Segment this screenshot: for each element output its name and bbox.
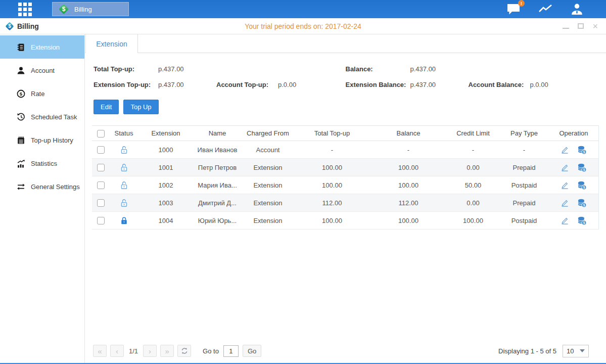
total-topup-value: p.437.00 — [158, 65, 216, 73]
top-up-icon[interactable]: $ — [577, 145, 587, 155]
table-row: 1002Мария Ива...Extension100.00100.0050.… — [92, 176, 599, 194]
col-status: Status — [109, 126, 138, 141]
sidebar-item-label: Statistics — [31, 160, 57, 167]
maximize-icon[interactable] — [578, 23, 584, 29]
extension-table: Status Extension Name Charged From Total… — [92, 125, 599, 230]
apps-grid-icon[interactable] — [18, 3, 32, 16]
sidebar-item-scheduled-task[interactable]: Scheduled Task — [0, 105, 84, 128]
pay-type-cell: - — [499, 141, 549, 159]
extension-balance-value: p.437.00 — [410, 81, 469, 88]
row-checkbox[interactable] — [97, 199, 105, 207]
col-name: Name — [193, 126, 242, 141]
billing-title-icon: $ — [5, 22, 14, 31]
row-checkbox[interactable] — [97, 181, 105, 189]
table-row: 1001Петр ПетровExtension100.00100.000.00… — [92, 159, 599, 176]
row-checkbox[interactable] — [97, 164, 105, 171]
col-credit-limit: Credit Limit — [447, 126, 499, 141]
top-up-button[interactable]: Top Up — [123, 100, 158, 114]
trial-notice: Your trial period ends on: 2017-02-24 — [0, 22, 606, 30]
extension-topup-value: p.437.00 — [158, 81, 216, 88]
svg-text:$: $ — [20, 90, 23, 96]
sidebar-item-label: Top-up History — [31, 136, 73, 144]
edit-icon[interactable] — [561, 146, 569, 154]
sidebar-item-extension[interactable]: Extension — [0, 35, 84, 59]
first-page-button[interactable]: « — [93, 345, 107, 357]
operation-cell: $ — [549, 163, 598, 172]
row-checkbox[interactable] — [97, 146, 105, 154]
edit-icon[interactable] — [561, 216, 569, 225]
total-topup-cell: 100.00 — [294, 159, 370, 176]
table-header-row: Status Extension Name Charged From Total… — [92, 126, 599, 141]
next-page-button[interactable]: › — [143, 345, 157, 357]
total-topup-cell: 100.00 — [294, 176, 370, 194]
extension-balance-label: Extension Balance: — [346, 81, 410, 88]
top-up-icon[interactable]: $ — [577, 163, 587, 172]
sidebar-item-label: Rate — [31, 90, 44, 98]
minimize-icon[interactable] — [563, 24, 569, 29]
sidebar-item-label: Account — [31, 67, 55, 74]
page-size-value: 10 — [567, 347, 574, 355]
status-cell — [109, 176, 138, 194]
messages-icon[interactable]: ! — [506, 3, 521, 15]
status-cell — [109, 212, 138, 230]
top-up-icon[interactable]: $ — [577, 180, 587, 190]
refresh-button[interactable] — [177, 345, 191, 357]
user-account-icon[interactable] — [570, 3, 584, 15]
statistics-chart-icon[interactable] — [538, 3, 553, 15]
last-page-button[interactable]: » — [160, 345, 174, 357]
app-tab-billing[interactable]: $ Billing — [52, 2, 129, 16]
sidebar-item-label: General Settings — [31, 183, 80, 191]
col-extension: Extension — [138, 126, 193, 141]
window-title-bar: Your trial period ends on: 2017-02-24 $ … — [0, 18, 606, 34]
edit-icon[interactable] — [561, 199, 569, 207]
charged-from-cell: Extension — [242, 159, 294, 176]
status-cell — [109, 194, 138, 212]
select-all-checkbox[interactable] — [97, 130, 105, 138]
table-row: 1003Дмитрий Д...Extension112.00112.000.0… — [92, 194, 599, 212]
edit-button[interactable]: Edit — [94, 100, 119, 114]
balance-cell: 100.00 — [370, 212, 447, 230]
sidebar-item-label: Scheduled Task — [31, 113, 77, 121]
sidebar-item-rate[interactable]: $ Rate — [0, 82, 84, 105]
goto-page-input[interactable] — [223, 345, 239, 357]
status-unlocked-icon — [120, 199, 128, 207]
credit-limit-cell: - — [447, 141, 499, 159]
pay-type-cell: Prepaid — [499, 159, 549, 176]
edit-icon[interactable] — [561, 163, 569, 172]
go-button[interactable]: Go — [243, 345, 261, 357]
extension-cell: 1003 — [138, 194, 193, 212]
clock-history-icon — [17, 113, 25, 121]
extension-topup-label: Extension Top-up: — [94, 81, 158, 88]
balance-cell: 112.00 — [370, 194, 447, 212]
credit-limit-cell: 0.00 — [447, 159, 499, 176]
sidebar-item-general-settings[interactable]: General Settings — [0, 175, 84, 198]
prev-page-button[interactable]: ‹ — [110, 345, 124, 357]
extension-cell: 1001 — [138, 159, 193, 176]
status-cell — [109, 159, 138, 176]
status-unlocked-icon — [120, 146, 128, 154]
close-icon[interactable]: × — [592, 23, 598, 29]
sidebar-item-account[interactable]: Account — [0, 59, 84, 82]
extension-cell: 1000 — [138, 141, 193, 159]
top-up-icon[interactable]: $ — [577, 198, 587, 208]
sidebar-item-topup-history[interactable]: Top-up History — [0, 128, 84, 152]
page-indicator: 1/1 — [129, 347, 138, 355]
tab-extension[interactable]: Extension — [85, 34, 138, 53]
top-up-icon[interactable]: $ — [577, 216, 587, 225]
credit-limit-cell: 0.00 — [447, 194, 499, 212]
svg-text:$: $ — [583, 167, 585, 171]
table-row: 1004Юрий Юрь...Extension100.00100.00100.… — [92, 212, 599, 230]
col-operation: Operation — [549, 126, 599, 141]
row-checkbox[interactable] — [97, 217, 105, 224]
total-topup-cell: 100.00 — [294, 212, 370, 230]
operation-cell: $ — [549, 216, 598, 225]
balance-label: Balance: — [346, 65, 410, 73]
edit-icon[interactable] — [561, 181, 569, 190]
page-size-select[interactable]: 10 — [563, 345, 589, 357]
svg-text:$: $ — [583, 150, 585, 154]
charged-from-cell: Account — [242, 141, 294, 159]
status-cell — [109, 141, 138, 159]
sidebar-item-statistics[interactable]: Statistics — [0, 152, 84, 175]
billing-summary: Total Top-up: p.437.00 Balance: p.437.00… — [94, 61, 597, 93]
name-cell: Мария Ива... — [193, 176, 242, 194]
